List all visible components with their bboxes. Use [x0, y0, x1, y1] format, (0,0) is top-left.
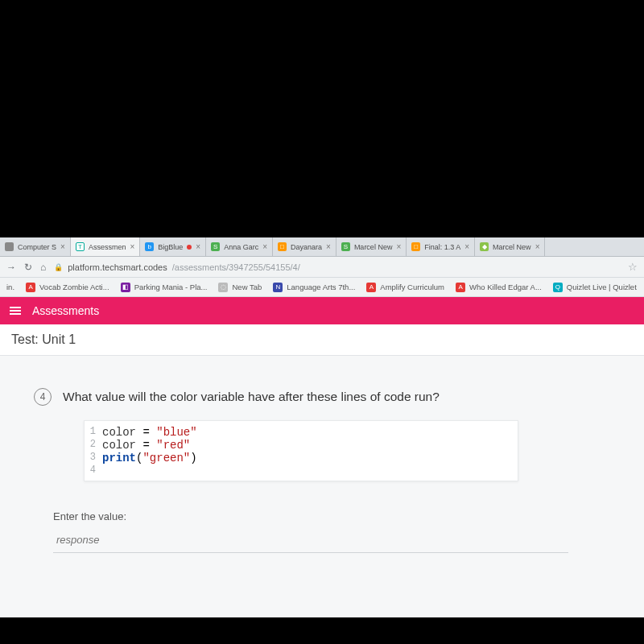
bookmark-in: in.	[6, 283, 14, 291]
close-icon[interactable]: ×	[130, 242, 134, 251]
tab-final[interactable]: □ Final: 1.3 A ×	[407, 237, 475, 256]
favicon-icon: □	[278, 242, 287, 251]
bookmark-amplify[interactable]: AAmplify Curriculum	[366, 283, 444, 292]
app-banner: Assessments	[0, 297, 644, 324]
tab-marcel2[interactable]: ◆ Marcel New ×	[475, 237, 545, 256]
hamburger-icon[interactable]	[10, 307, 21, 315]
bookmark-edgar[interactable]: AWho Killed Edgar A...	[456, 283, 542, 292]
tab-strip: Computer S × T Assessmen × b BigBlue × S…	[0, 237, 644, 257]
bookmark-icon: A	[26, 283, 35, 292]
favicon-icon: T	[76, 242, 85, 251]
line-number: 3	[85, 452, 102, 464]
question-header: 4 What value will the color variable hav…	[34, 388, 630, 406]
close-icon[interactable]: ×	[262, 242, 267, 251]
bookmark-icon: N	[273, 283, 283, 292]
code-block: 1 color = "blue" 2 color = "red" 3 print…	[84, 420, 518, 481]
reload-icon[interactable]: ↻	[24, 262, 32, 273]
tab-label: Dayanara	[291, 243, 322, 251]
bookmark-language[interactable]: NLanguage Arts 7th...	[273, 283, 355, 292]
close-icon[interactable]: ×	[196, 242, 200, 251]
code-line: 4	[85, 464, 518, 476]
tab-label: Anna Garc	[224, 243, 258, 251]
bookmark-icon: Q	[553, 283, 563, 292]
tab-label: BigBlue	[158, 243, 183, 251]
favicon-icon: □	[411, 242, 420, 251]
favicon-icon	[5, 242, 14, 251]
tab-dayanara[interactable]: □ Dayanara ×	[273, 237, 336, 256]
tab-anna[interactable]: S Anna Garc ×	[206, 237, 273, 256]
tab-bigblue[interactable]: b BigBlue ×	[140, 237, 206, 256]
home-icon[interactable]: ⌂	[40, 262, 46, 273]
url-host: platform.techsmart.codes	[68, 262, 167, 272]
browser-window: Computer S × T Assessmen × b BigBlue × S…	[0, 237, 644, 617]
bookmark-icon: ◌	[218, 283, 228, 292]
close-icon[interactable]: ×	[464, 242, 469, 251]
favicon-icon: S	[211, 242, 220, 251]
favicon-icon: b	[145, 242, 154, 251]
bookmark-parking[interactable]: ◧Parking Mania - Pla...	[121, 283, 208, 292]
bookmark-icon: A	[366, 283, 376, 292]
test-title: Test: Unit 1	[0, 324, 644, 356]
bookmark-newtab[interactable]: ◌New Tab	[218, 283, 262, 292]
bookmarks-bar: in. AVocab Zombie Acti... ◧Parking Mania…	[0, 278, 644, 297]
bookmark-star-icon[interactable]: ☆	[628, 261, 638, 273]
tab-label: Marcel New	[354, 243, 393, 251]
line-number: 4	[85, 464, 102, 476]
forward-icon[interactable]: →	[6, 262, 16, 273]
close-icon[interactable]: ×	[326, 242, 331, 251]
address-bar: → ↻ ⌂ 🔒 platform.techsmart.codes/assessm…	[0, 257, 644, 278]
tab-computer[interactable]: Computer S ×	[0, 237, 71, 256]
bookmark-quizlet[interactable]: QQuizlet Live | Quizlet	[553, 283, 637, 292]
code-line: 2 color = "red"	[85, 439, 518, 452]
question-text: What value will the color variable have …	[63, 390, 440, 404]
bookmark-icon: ◧	[121, 283, 130, 292]
bookmark-vocab[interactable]: AVocab Zombie Acti...	[26, 283, 109, 292]
tab-label: Computer S	[18, 243, 56, 251]
close-icon[interactable]: ×	[535, 242, 540, 251]
tab-label: Final: 1.3 A	[424, 243, 460, 251]
url-display[interactable]: 🔒 platform.techsmart.codes/assessments/3…	[54, 262, 300, 272]
code-line: 1 color = "blue"	[85, 426, 518, 439]
recording-dot-icon	[187, 245, 192, 250]
lock-icon: 🔒	[54, 263, 63, 271]
tab-label: Assessmen	[89, 243, 126, 251]
content-area: 4 What value will the color variable hav…	[0, 356, 644, 617]
banner-title: Assessments	[32, 304, 99, 317]
close-icon[interactable]: ×	[60, 242, 65, 251]
code-line: 3 print("green")	[85, 452, 518, 464]
enter-value-label: Enter the value:	[53, 510, 630, 522]
url-path: /assessments/3947255/54155/4/	[172, 262, 300, 272]
line-number: 2	[85, 439, 102, 452]
response-input[interactable]	[53, 527, 568, 553]
favicon-icon: ◆	[480, 242, 489, 251]
question-number: 4	[34, 388, 52, 406]
tab-label: Marcel New	[493, 243, 531, 251]
bookmark-icon: A	[456, 283, 465, 292]
tab-marcel1[interactable]: S Marcel New ×	[336, 237, 407, 256]
line-number: 1	[85, 426, 102, 439]
close-icon[interactable]: ×	[396, 242, 401, 251]
tab-assessment[interactable]: T Assessmen ×	[71, 237, 140, 256]
favicon-icon: S	[341, 242, 350, 251]
